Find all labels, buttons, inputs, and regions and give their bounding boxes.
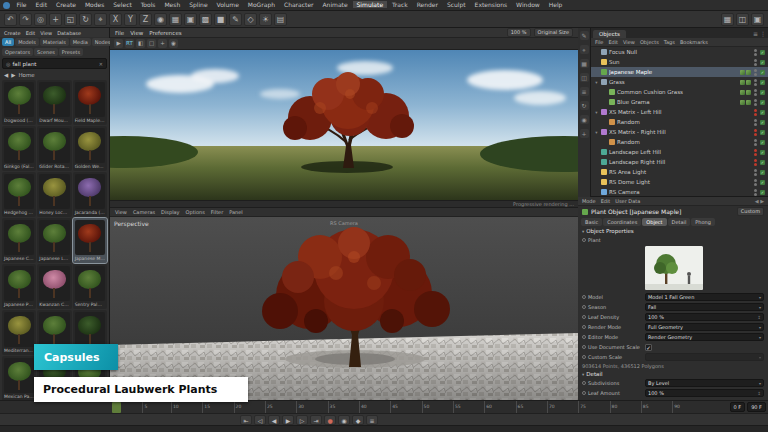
object-row[interactable]: ▾ XS Matrix - Right Hill ✓ xyxy=(591,127,768,137)
next-frame-button[interactable]: ▷ xyxy=(296,415,308,425)
render-to-picture-viewer-icon[interactable]: ▣ xyxy=(184,13,197,26)
forward-icon[interactable]: ▶ xyxy=(11,72,15,78)
enable-toggle[interactable]: ✓ xyxy=(760,120,765,125)
pick-color-icon[interactable]: + xyxy=(158,39,167,48)
expand-icon[interactable]: ▾ xyxy=(594,130,599,135)
menu-item[interactable]: MoGraph xyxy=(244,1,278,8)
subdivisions-select[interactable]: By Level ▾ xyxy=(645,379,764,387)
autokey-button[interactable]: ◉ xyxy=(338,415,350,425)
asset-filter-tab[interactable]: All xyxy=(2,38,14,46)
asset-filter-tab[interactable]: Presets xyxy=(59,48,83,56)
collapse-icon[interactable]: ▾ xyxy=(582,229,584,234)
plant-preview-thumbnail[interactable] xyxy=(645,246,703,290)
menu-item[interactable]: Sculpt xyxy=(443,1,469,8)
go-to-start-button[interactable]: ⇤ xyxy=(240,415,252,425)
material-tags[interactable] xyxy=(740,100,751,105)
season-select[interactable]: Fall ▾ xyxy=(645,303,764,311)
keyframe-dot[interactable] xyxy=(582,238,586,242)
expand-icon[interactable]: ▾ xyxy=(594,110,599,115)
keyframe-dot[interactable] xyxy=(582,315,586,319)
menu-item[interactable]: Animate xyxy=(319,1,351,8)
layout-single-icon[interactable]: ▣ xyxy=(751,13,764,26)
scale-tool-icon[interactable]: ◱ xyxy=(64,13,77,26)
menu-item[interactable]: Spline xyxy=(186,1,211,8)
visibility-dots[interactable] xyxy=(754,49,757,56)
material-tags[interactable] xyxy=(740,80,751,85)
back-icon[interactable]: ◀ xyxy=(4,72,8,78)
pen-icon[interactable]: ✎ xyxy=(580,31,589,40)
rendered-image[interactable] xyxy=(110,50,578,200)
split-view-icon[interactable]: ◫ xyxy=(580,73,589,82)
asset-item[interactable]: Japanese Maple (Fall Pl... xyxy=(73,218,107,263)
measure-icon[interactable]: ⌖ xyxy=(580,45,589,54)
visibility-dots[interactable] xyxy=(754,179,757,186)
asset-browser-menu-item[interactable]: Database xyxy=(57,30,81,36)
current-frame-field[interactable]: 0 F xyxy=(730,402,746,412)
rt-toggle[interactable]: RT xyxy=(125,39,134,48)
visibility-dots[interactable] xyxy=(754,69,757,76)
focus-icon[interactable]: ◉ xyxy=(169,39,178,48)
object-manager-menu-item[interactable]: Objects xyxy=(640,39,659,45)
object-row[interactable]: Blue Grama ✓ xyxy=(591,97,768,107)
visibility-dots[interactable] xyxy=(754,99,757,106)
asset-search-input[interactable]: ◎ fall plant ✕ xyxy=(2,58,107,69)
move-tool-icon[interactable]: + xyxy=(49,13,62,26)
viewport-menu-item[interactable]: Filter xyxy=(211,209,223,215)
tab-objects[interactable]: Objects xyxy=(593,30,626,38)
visibility-dots[interactable] xyxy=(754,119,757,126)
object-manager-menu-item[interactable]: Tags xyxy=(664,39,675,45)
render-view-icon[interactable]: ▦ xyxy=(169,13,182,26)
enable-toggle[interactable]: ✓ xyxy=(760,150,765,155)
visibility-dots[interactable] xyxy=(754,109,757,116)
viewport-menu-item[interactable]: Display xyxy=(161,209,179,215)
render-view-menu-item[interactable]: Preferences xyxy=(149,30,181,36)
viewport-menu-item[interactable]: Cameras xyxy=(133,209,155,215)
layout-split-icon[interactable]: ◫ xyxy=(736,13,749,26)
attribute-tab[interactable]: Coordinates xyxy=(603,218,641,226)
visibility-dots[interactable] xyxy=(754,169,757,176)
object-row[interactable]: ▾ XS Matrix - Left Hill ✓ xyxy=(591,107,768,117)
keyframe-dot[interactable] xyxy=(582,391,586,395)
keyframe-dot[interactable] xyxy=(582,325,586,329)
go-to-end-button[interactable]: ⇥ xyxy=(310,415,322,425)
editor-mode-select[interactable]: Render Geometry ▾ xyxy=(645,333,764,341)
add-light-icon[interactable]: ☀ xyxy=(259,13,272,26)
end-frame-field[interactable]: 90 F xyxy=(747,402,766,412)
keyframe-dot[interactable] xyxy=(582,335,586,339)
enable-toggle[interactable]: ✓ xyxy=(760,170,765,175)
magnet-icon[interactable]: + xyxy=(580,129,589,138)
render-settings-icon[interactable]: ▩ xyxy=(199,13,212,26)
keyframe-dot[interactable] xyxy=(582,305,586,309)
spinner-icon[interactable]: ↕ xyxy=(757,391,761,396)
asset-item[interactable]: Field Maple (Fall Plant) xyxy=(73,80,107,125)
add-camera-icon[interactable]: ▤ xyxy=(274,13,287,26)
keyframe-dot[interactable] xyxy=(582,381,586,385)
menu-item[interactable]: Simulate xyxy=(353,1,387,8)
asset-browser-menu-item[interactable]: View xyxy=(40,30,52,36)
object-row[interactable]: RS Area Light ✓ xyxy=(591,167,768,177)
asset-item[interactable]: Jacaranda (Fall Plant) xyxy=(73,172,107,217)
attribute-menu-item[interactable]: Mode xyxy=(582,198,596,204)
object-manager-menu-item[interactable]: Bookmarks xyxy=(680,39,708,45)
asset-item[interactable]: Golden Weeping Willow... xyxy=(73,126,107,171)
expand-icon[interactable]: ▾ xyxy=(594,80,599,85)
asset-filter-tab[interactable]: Media xyxy=(70,38,91,46)
add-spline-icon[interactable]: ✎ xyxy=(229,13,242,26)
asset-item[interactable]: Dwarf Mountain Pine (Fa... xyxy=(37,80,71,125)
viewport-menu-item[interactable]: Panel xyxy=(229,209,243,215)
enable-toggle[interactable]: ✓ xyxy=(760,190,765,195)
object-row[interactable]: Random ✓ xyxy=(591,137,768,147)
enable-toggle[interactable]: ✓ xyxy=(760,160,765,165)
axis-lock-z-icon[interactable]: Z xyxy=(139,13,152,26)
keyframe-dot[interactable] xyxy=(582,355,586,359)
attribute-menu-item[interactable]: User Data xyxy=(615,198,640,204)
axis-lock-y-icon[interactable]: Y xyxy=(124,13,137,26)
visibility-dots[interactable] xyxy=(754,79,757,86)
menu-item[interactable]: Tools xyxy=(137,1,159,8)
asset-item[interactable]: Glider Rotang (Fall Plant) xyxy=(37,126,71,171)
clear-search-icon[interactable]: ✕ xyxy=(99,61,103,67)
zoom-level[interactable]: 100 % xyxy=(507,28,531,37)
playhead[interactable] xyxy=(112,402,121,413)
enable-toggle[interactable]: ✓ xyxy=(760,50,765,55)
snap-icon[interactable]: ◉ xyxy=(580,115,589,124)
